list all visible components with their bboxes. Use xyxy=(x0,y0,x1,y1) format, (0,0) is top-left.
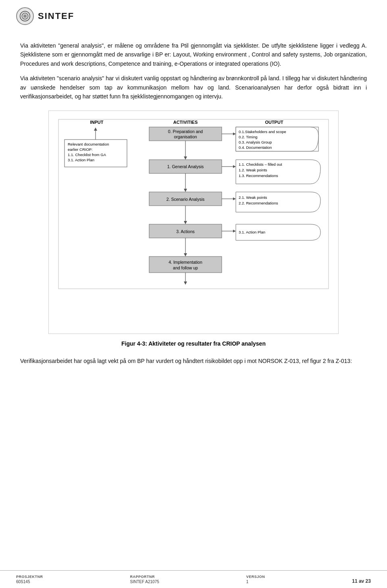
svg-text:ACTIVITIES: ACTIVITIES xyxy=(173,120,198,125)
svg-text:2.2. Recommendations: 2.2. Recommendations xyxy=(239,201,278,205)
footer-page: 11 av 23 xyxy=(352,578,371,584)
svg-marker-53 xyxy=(184,281,187,285)
svg-text:2. Scenario Analysis: 2. Scenario Analysis xyxy=(166,197,205,202)
diagram-wrapper: INPUT ACTIVITIES OUTPUT Relevant documen… xyxy=(20,111,367,334)
svg-text:OUTPUT: OUTPUT xyxy=(265,120,283,125)
paragraph-2: Via aktiviteten "scenario analysis" har … xyxy=(20,74,367,101)
svg-text:3. Actions: 3. Actions xyxy=(176,229,195,234)
svg-text:2.1. Weak points: 2.1. Weak points xyxy=(239,195,267,200)
svg-text:0.4. Documentation: 0.4. Documentation xyxy=(239,145,272,150)
diagram-svg: INPUT ACTIVITIES OUTPUT Relevant documen… xyxy=(56,117,331,327)
svg-text:INPUT: INPUT xyxy=(90,120,104,125)
svg-marker-28 xyxy=(233,165,236,168)
criop-diagram: INPUT ACTIVITIES OUTPUT Relevant documen… xyxy=(48,111,339,334)
svg-marker-17 xyxy=(233,133,236,136)
svg-text:1.1. Checklist from GA: 1.1. Checklist from GA xyxy=(68,152,106,157)
page-number: 11 av 23 xyxy=(352,578,371,584)
footer-version: VERSJON 1 xyxy=(246,575,265,584)
svg-text:3.1. Action Plan: 3.1. Action Plan xyxy=(239,230,265,234)
project-value: 60S145 xyxy=(16,580,43,584)
footer-report: RAPPORTNR SINTEF A21075 xyxy=(130,575,159,584)
svg-marker-24 xyxy=(184,156,187,160)
figure-caption: Figur 4-3: Aktiviteter og resultater fra… xyxy=(20,340,367,347)
svg-marker-45 xyxy=(233,230,236,233)
paragraph-3: Verifikasjonsarbeidet har også lagt vekt… xyxy=(20,357,367,365)
svg-point-2 xyxy=(24,15,27,18)
report-value: SINTEF A21075 xyxy=(130,580,159,584)
svg-text:4. Implementation: 4. Implementation xyxy=(169,260,202,265)
svg-text:organisation: organisation xyxy=(174,134,197,139)
svg-text:earlier CRIOP:: earlier CRIOP: xyxy=(68,147,93,152)
svg-marker-33 xyxy=(184,189,187,192)
svg-text:1. General Analysis: 1. General Analysis xyxy=(167,164,204,169)
paragraph-1: Via aktiviteten "general analysis", er m… xyxy=(20,41,367,68)
footer: PROSJEKTNR 60S145 RAPPORTNR SINTEF A2107… xyxy=(0,570,387,588)
svg-text:0. Preparation and: 0. Preparation and xyxy=(168,129,203,134)
svg-text:0.3. Analysis Group: 0.3. Analysis Group xyxy=(239,140,272,144)
version-label: VERSJON xyxy=(246,575,265,579)
report-label: RAPPORTNR xyxy=(130,575,159,579)
svg-marker-37 xyxy=(233,198,236,200)
svg-text:and follow up: and follow up xyxy=(173,265,198,270)
svg-text:3.1. Action Plan: 3.1. Action Plan xyxy=(68,158,94,162)
svg-marker-41 xyxy=(184,221,187,224)
logo-circle xyxy=(16,7,34,25)
content-area: Via aktiviteten "general analysis", er m… xyxy=(0,29,387,379)
svg-text:Relevant documentation: Relevant documentation xyxy=(68,142,109,146)
svg-text:0.1.Stakeholders and scope: 0.1.Stakeholders and scope xyxy=(239,129,286,134)
footer-project: PROSJEKTNR 60S145 xyxy=(16,575,43,584)
version-value: 1 xyxy=(246,580,265,584)
svg-text:1.2. Weak points: 1.2. Weak points xyxy=(239,168,267,172)
page: SINTEF Via aktiviteten "general analysis… xyxy=(0,0,387,588)
svg-text:1.1. Checklists – filled out: 1.1. Checklists – filled out xyxy=(239,162,282,167)
svg-rect-49 xyxy=(149,256,222,273)
header: SINTEF xyxy=(0,0,387,29)
svg-text:0.2. Timing: 0.2. Timing xyxy=(239,135,257,139)
svg-marker-48 xyxy=(184,253,187,256)
svg-text:1.3. Recommendations: 1.3. Recommendations xyxy=(239,173,278,178)
brand-name: SINTEF xyxy=(38,11,74,21)
svg-marker-12 xyxy=(94,127,97,131)
project-label: PROSJEKTNR xyxy=(16,575,43,579)
